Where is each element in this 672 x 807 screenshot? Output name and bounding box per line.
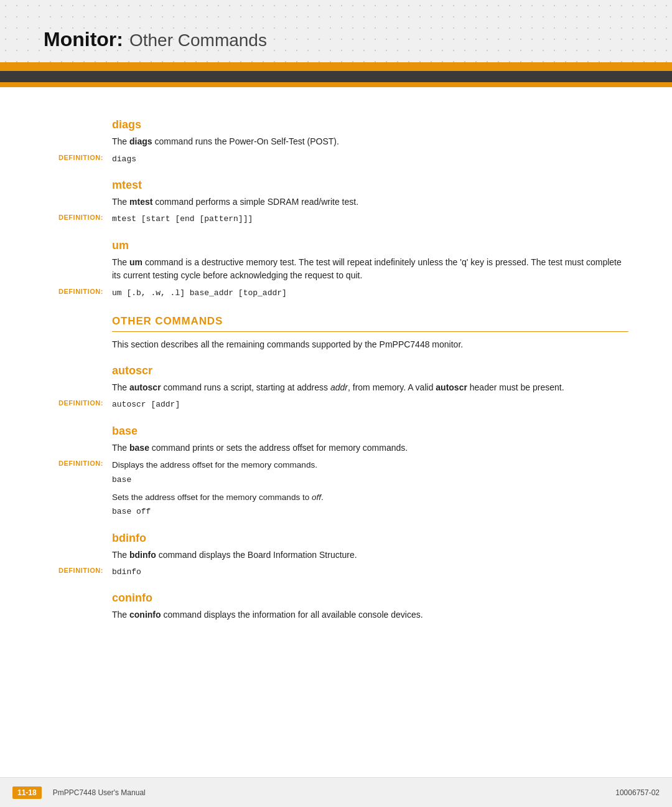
cmd-name-base: base: [112, 425, 628, 438]
main-content: diags The diags command runs the Power-O…: [0, 87, 672, 666]
def-row-mtest: DEFINITION: mtest [start [end [pattern]]…: [44, 212, 628, 226]
bar-dark: [0, 71, 672, 82]
cmd-name-um: um: [112, 239, 628, 252]
section-autoscr: autoscr The autoscr command runs a scrip…: [44, 364, 628, 412]
section-base: base The base command prints or sets the…: [44, 425, 628, 519]
def-code-diags: diags: [112, 153, 136, 166]
def-label-bdinfo: DEFINITION:: [44, 565, 112, 574]
page-header: Monitor:Other Commands: [0, 0, 672, 62]
cmd-desc-um: The um command is a destructive memory t…: [112, 256, 628, 283]
cmd-name-coninfo: coninfo: [112, 592, 628, 605]
section-intro-other: This section describes all the remaining…: [112, 338, 628, 352]
page-footer: 11-18 PmPPC7448 User's Manual 10006757-0…: [0, 777, 672, 807]
def-label-diags: DEFINITION:: [44, 153, 112, 161]
cmd-desc-autoscr: The autoscr command runs a script, start…: [112, 381, 628, 395]
cmd-name-bdinfo: bdinfo: [112, 532, 628, 545]
section-um: um The um command is a destructive memor…: [44, 239, 628, 300]
cmd-desc-mtest: The mtest command performs a simple SDRA…: [112, 196, 628, 209]
def-row-bdinfo: DEFINITION: bdinfo: [44, 565, 628, 579]
section-diags: diags The diags command runs the Power-O…: [44, 118, 628, 166]
cmd-name-autoscr: autoscr: [112, 364, 628, 377]
footer-page-number: 11-18: [12, 786, 42, 799]
section-heading-other: OTHER COMMANDS: [112, 315, 628, 332]
cmd-name-mtest: mtest: [112, 179, 628, 192]
def-row-diags: DEFINITION: diags: [44, 153, 628, 166]
cmd-desc-diags: The diags command runs the Power-On Self…: [112, 135, 628, 149]
def-row-um: DEFINITION: um [.b, .w, .l] base_addr [t…: [44, 286, 628, 300]
def-label-um: DEFINITION:: [44, 286, 112, 295]
def-multi-base: Displays the address offset for the memo…: [112, 458, 324, 519]
cmd-desc-coninfo: The coninfo command displays the informa…: [112, 608, 628, 622]
title-monitor: Monitor:: [44, 28, 123, 50]
def-base-displays: Displays the address offset for the memo…: [112, 458, 324, 472]
def-label-base: DEFINITION:: [44, 458, 112, 467]
cmd-desc-bdinfo: The bdinfo command displays the Board In…: [112, 549, 628, 562]
footer-manual-title: PmPPC7448 User's Manual: [53, 788, 616, 797]
section-coninfo: coninfo The coninfo command displays the…: [44, 592, 628, 622]
title-subtitle: Other Commands: [129, 31, 267, 50]
section-bdinfo: bdinfo The bdinfo command displays the B…: [44, 532, 628, 580]
def-base-code1: base: [112, 473, 324, 487]
def-label-mtest: DEFINITION:: [44, 212, 112, 221]
def-code-mtest: mtest [start [end [pattern]]]: [112, 212, 253, 226]
def-base-code2: base off: [112, 505, 324, 519]
def-label-autoscr: DEFINITION:: [44, 398, 112, 407]
page-title: Monitor:Other Commands: [44, 28, 267, 51]
cmd-desc-base: The base command prints or sets the addr…: [112, 441, 628, 455]
def-row-base: DEFINITION: Displays the address offset …: [44, 458, 628, 519]
section-mtest: mtest The mtest command performs a simpl…: [44, 179, 628, 227]
cmd-name-diags: diags: [112, 118, 628, 131]
def-code-um: um [.b, .w, .l] base_addr [top_addr]: [112, 286, 287, 300]
bar-orange-bottom: [0, 82, 672, 87]
def-code-autoscr: autoscr [addr]: [112, 398, 180, 412]
footer-doc-number: 10006757-02: [615, 788, 660, 797]
def-row-autoscr: DEFINITION: autoscr [addr]: [44, 398, 628, 412]
bar-orange-top: [0, 62, 672, 71]
def-code-bdinfo: bdinfo: [112, 565, 141, 579]
def-base-sets: Sets the address offset for the memory c…: [112, 491, 324, 504]
